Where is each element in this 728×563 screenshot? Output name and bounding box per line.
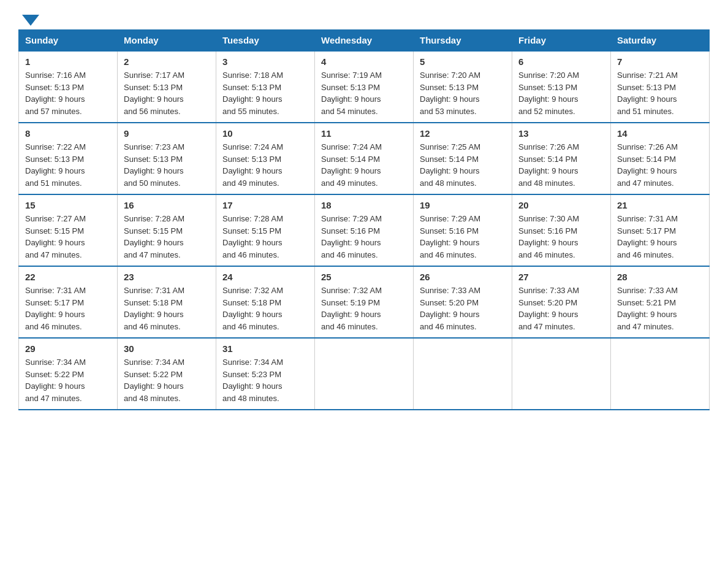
week-row-4: 22Sunrise: 7:31 AMSunset: 5:17 PMDayligh… (19, 266, 710, 338)
calendar-body: 1Sunrise: 7:16 AMSunset: 5:13 PMDaylight… (19, 51, 710, 410)
day-number: 13 (518, 128, 604, 139)
day-info: Sunrise: 7:34 AMSunset: 5:22 PMDaylight:… (25, 356, 111, 404)
day-info: Sunrise: 7:26 AMSunset: 5:14 PMDaylight:… (518, 141, 604, 189)
day-number: 23 (124, 272, 210, 282)
header-cell-tuesday: Tuesday (216, 30, 315, 52)
day-cell: 13Sunrise: 7:26 AMSunset: 5:14 PMDayligh… (512, 123, 611, 194)
day-info: Sunrise: 7:20 AMSunset: 5:13 PMDaylight:… (518, 69, 604, 117)
day-cell: 5Sunrise: 7:20 AMSunset: 5:13 PMDaylight… (414, 51, 512, 123)
day-cell: 12Sunrise: 7:25 AMSunset: 5:14 PMDayligh… (414, 123, 512, 194)
header-row: SundayMondayTuesdayWednesdayThursdayFrid… (19, 30, 710, 52)
day-cell: 24Sunrise: 7:32 AMSunset: 5:18 PMDayligh… (216, 266, 315, 338)
day-cell: 28Sunrise: 7:33 AMSunset: 5:21 PMDayligh… (611, 266, 710, 338)
day-cell: 17Sunrise: 7:28 AMSunset: 5:15 PMDayligh… (216, 194, 315, 266)
day-info: Sunrise: 7:31 AMSunset: 5:17 PMDaylight:… (617, 213, 703, 261)
day-number: 8 (25, 128, 111, 139)
header-cell-sunday: Sunday (19, 30, 118, 52)
week-row-1: 1Sunrise: 7:16 AMSunset: 5:13 PMDaylight… (19, 51, 710, 123)
day-info: Sunrise: 7:34 AMSunset: 5:22 PMDaylight:… (124, 356, 210, 404)
day-cell: 2Sunrise: 7:17 AMSunset: 5:13 PMDaylight… (118, 51, 216, 123)
day-info: Sunrise: 7:32 AMSunset: 5:18 PMDaylight:… (222, 285, 308, 332)
day-info: Sunrise: 7:26 AMSunset: 5:14 PMDaylight:… (617, 141, 703, 189)
day-number: 18 (321, 200, 407, 210)
day-number: 24 (222, 272, 308, 282)
day-info: Sunrise: 7:30 AMSunset: 5:16 PMDaylight:… (518, 213, 604, 261)
header-cell-friday: Friday (512, 30, 611, 52)
day-cell: 31Sunrise: 7:34 AMSunset: 5:23 PMDayligh… (216, 338, 315, 410)
day-cell: 27Sunrise: 7:33 AMSunset: 5:20 PMDayligh… (512, 266, 611, 338)
day-number: 7 (617, 56, 703, 67)
logo (18, 12, 39, 23)
day-number: 31 (222, 343, 308, 354)
week-row-3: 15Sunrise: 7:27 AMSunset: 5:15 PMDayligh… (19, 194, 710, 266)
day-number: 14 (617, 128, 703, 139)
day-number: 21 (617, 200, 703, 210)
day-info: Sunrise: 7:22 AMSunset: 5:13 PMDaylight:… (25, 141, 111, 189)
day-cell: 20Sunrise: 7:30 AMSunset: 5:16 PMDayligh… (512, 194, 611, 266)
day-number: 30 (124, 343, 210, 354)
logo-arrow-icon (22, 15, 39, 26)
day-number: 12 (420, 128, 506, 139)
header-cell-thursday: Thursday (414, 30, 512, 52)
day-number: 10 (222, 128, 308, 139)
day-info: Sunrise: 7:24 AMSunset: 5:14 PMDaylight:… (321, 141, 407, 189)
day-number: 19 (420, 200, 506, 210)
day-cell: 15Sunrise: 7:27 AMSunset: 5:15 PMDayligh… (19, 194, 118, 266)
day-cell: 22Sunrise: 7:31 AMSunset: 5:17 PMDayligh… (19, 266, 118, 338)
day-cell: 26Sunrise: 7:33 AMSunset: 5:20 PMDayligh… (414, 266, 512, 338)
day-number: 15 (25, 200, 111, 210)
week-row-2: 8Sunrise: 7:22 AMSunset: 5:13 PMDaylight… (19, 123, 710, 194)
day-info: Sunrise: 7:28 AMSunset: 5:15 PMDaylight:… (124, 213, 210, 261)
day-cell: 30Sunrise: 7:34 AMSunset: 5:22 PMDayligh… (118, 338, 216, 410)
day-cell: 1Sunrise: 7:16 AMSunset: 5:13 PMDaylight… (19, 51, 118, 123)
day-info: Sunrise: 7:29 AMSunset: 5:16 PMDaylight:… (420, 213, 506, 261)
day-info: Sunrise: 7:34 AMSunset: 5:23 PMDaylight:… (222, 356, 308, 404)
day-cell: 3Sunrise: 7:18 AMSunset: 5:13 PMDaylight… (216, 51, 315, 123)
day-cell: 14Sunrise: 7:26 AMSunset: 5:14 PMDayligh… (611, 123, 710, 194)
day-info: Sunrise: 7:23 AMSunset: 5:13 PMDaylight:… (124, 141, 210, 189)
day-number: 16 (124, 200, 210, 210)
day-info: Sunrise: 7:33 AMSunset: 5:21 PMDaylight:… (617, 285, 703, 332)
day-number: 11 (321, 128, 407, 139)
day-cell: 9Sunrise: 7:23 AMSunset: 5:13 PMDaylight… (118, 123, 216, 194)
day-number: 2 (124, 56, 210, 67)
day-cell: 6Sunrise: 7:20 AMSunset: 5:13 PMDaylight… (512, 51, 611, 123)
day-info: Sunrise: 7:28 AMSunset: 5:15 PMDaylight:… (222, 213, 308, 261)
day-info: Sunrise: 7:31 AMSunset: 5:18 PMDaylight:… (124, 285, 210, 332)
day-number: 27 (518, 272, 604, 282)
day-cell: 21Sunrise: 7:31 AMSunset: 5:17 PMDayligh… (611, 194, 710, 266)
day-number: 28 (617, 272, 703, 282)
day-cell (512, 338, 611, 410)
day-cell: 7Sunrise: 7:21 AMSunset: 5:13 PMDaylight… (611, 51, 710, 123)
header-cell-wednesday: Wednesday (315, 30, 414, 52)
day-cell (315, 338, 414, 410)
calendar-header: SundayMondayTuesdayWednesdayThursdayFrid… (19, 30, 710, 52)
day-info: Sunrise: 7:25 AMSunset: 5:14 PMDaylight:… (420, 141, 506, 189)
day-number: 20 (518, 200, 604, 210)
day-cell: 18Sunrise: 7:29 AMSunset: 5:16 PMDayligh… (315, 194, 414, 266)
day-info: Sunrise: 7:31 AMSunset: 5:17 PMDaylight:… (25, 285, 111, 332)
day-info: Sunrise: 7:32 AMSunset: 5:19 PMDaylight:… (321, 285, 407, 332)
day-info: Sunrise: 7:24 AMSunset: 5:13 PMDaylight:… (222, 141, 308, 189)
day-cell (414, 338, 512, 410)
day-number: 22 (25, 272, 111, 282)
day-info: Sunrise: 7:21 AMSunset: 5:13 PMDaylight:… (617, 69, 703, 117)
day-cell (611, 338, 710, 410)
day-cell: 19Sunrise: 7:29 AMSunset: 5:16 PMDayligh… (414, 194, 512, 266)
header-cell-saturday: Saturday (611, 30, 710, 52)
day-cell: 11Sunrise: 7:24 AMSunset: 5:14 PMDayligh… (315, 123, 414, 194)
day-cell: 23Sunrise: 7:31 AMSunset: 5:18 PMDayligh… (118, 266, 216, 338)
day-info: Sunrise: 7:29 AMSunset: 5:16 PMDaylight:… (321, 213, 407, 261)
day-info: Sunrise: 7:33 AMSunset: 5:20 PMDaylight:… (420, 285, 506, 332)
day-number: 5 (420, 56, 506, 67)
day-number: 29 (25, 343, 111, 354)
page-header (18, 12, 710, 23)
week-row-5: 29Sunrise: 7:34 AMSunset: 5:22 PMDayligh… (19, 338, 710, 410)
day-cell: 10Sunrise: 7:24 AMSunset: 5:13 PMDayligh… (216, 123, 315, 194)
day-number: 9 (124, 128, 210, 139)
day-cell: 25Sunrise: 7:32 AMSunset: 5:19 PMDayligh… (315, 266, 414, 338)
day-cell: 29Sunrise: 7:34 AMSunset: 5:22 PMDayligh… (19, 338, 118, 410)
day-cell: 16Sunrise: 7:28 AMSunset: 5:15 PMDayligh… (118, 194, 216, 266)
day-number: 4 (321, 56, 407, 67)
day-info: Sunrise: 7:19 AMSunset: 5:13 PMDaylight:… (321, 69, 407, 117)
